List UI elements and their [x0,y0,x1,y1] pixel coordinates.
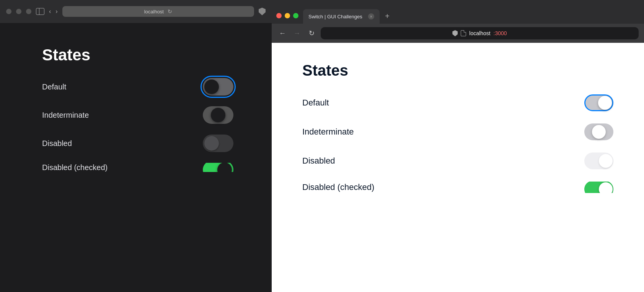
bg-forward-button[interactable]: › [55,8,57,15]
tab-tl-red[interactable] [276,13,282,18]
state-label-disabled: Disabled [302,156,335,166]
bg-toggle-disabled-knob [204,136,219,151]
tab-add-button[interactable]: + [381,10,393,22]
state-row-indeterminate: Indeterminate [302,123,613,140]
bg-row-default: Default [42,78,256,96]
address-shield-icon [452,30,458,36]
nav-forward-button[interactable]: → [292,29,302,37]
toggle-indeterminate[interactable] [584,123,613,140]
bg-toggle-default-knob [204,79,219,94]
state-row-disabled: Disabled [302,152,613,169]
tab-label: Switch | GUI Challenges [308,14,365,19]
bg-label-disabled: Disabled [42,139,72,148]
bg-address-bar[interactable]: localhost ↻ [62,6,254,17]
background-browser: ‹ › localhost ↻ States Default Indetermi… [0,0,272,292]
bg-address-text: localhost [144,9,164,15]
toggle-disabled-knob [599,154,613,168]
address-host: localhost [469,30,490,36]
address-port: :3000 [494,30,507,36]
bg-label-disabled-checked: Disabled (checked) [42,163,108,172]
bg-back-button[interactable]: ‹ [49,8,51,15]
tab-close-button[interactable]: × [368,13,374,19]
bg-content-area: States Default Indeterminate Disabled Di… [0,23,272,187]
nav-bar: ← → ↻ localhost :3000 [272,24,644,43]
bg-label-indeterminate: Indeterminate [42,111,89,120]
bg-tl-green[interactable] [26,9,31,14]
state-row-disabled-checked: Disabled (checked) [302,182,613,193]
address-bar[interactable]: localhost :3000 [321,27,639,39]
state-label-default: Default [302,98,329,108]
bg-row-disabled-checked: Disabled (checked) [42,163,256,172]
toggle-indeterminate-knob [592,125,606,139]
bg-reload-icon[interactable]: ↻ [168,8,172,15]
tab-tl-yellow[interactable] [285,13,290,18]
toggle-default-knob [598,96,612,110]
state-label-disabled-checked: Disabled (checked) [302,182,374,192]
tab-traffic-lights [276,13,298,24]
tab-item-active[interactable]: Switch | GUI Challenges × [303,9,380,24]
tab-tl-green[interactable] [293,13,298,18]
address-page-icon [461,30,466,36]
foreground-browser: Switch | GUI Challenges × + ← → ↻ localh… [272,0,644,292]
bg-sidebar-icon[interactable] [36,8,44,15]
tab-bar: Switch | GUI Challenges × + [272,0,644,24]
nav-reload-button[interactable]: ↻ [306,29,317,37]
nav-back-button[interactable]: ← [277,29,288,37]
bg-row-disabled: Disabled [42,135,256,152]
bg-toggle-indeterminate[interactable] [203,106,233,124]
toggle-disabled-checked-knob [599,182,613,193]
state-row-default: Default [302,94,613,111]
bg-tl-red[interactable] [6,9,11,14]
state-label-indeterminate: Indeterminate [302,127,354,137]
section-title: States [302,62,613,79]
bg-toggle-disabled [203,135,233,152]
bg-toggle-indeterminate-knob [211,108,225,122]
tab-close-icon: × [370,15,372,19]
bg-row-indeterminate: Indeterminate [42,106,256,124]
bg-tl-yellow[interactable] [16,9,21,14]
toggle-default[interactable] [584,94,613,111]
bg-toggle-default[interactable] [203,78,233,96]
bg-toggle-disabled-checked-knob [217,163,232,172]
content-area: States Default Indeterminate Disabled Di… [272,43,644,292]
toggle-disabled [584,152,613,169]
bg-toggle-disabled-checked [203,163,233,172]
bg-label-default: Default [42,83,66,91]
bg-section-title: States [42,46,256,64]
bg-titlebar: ‹ › localhost ↻ [0,0,272,23]
bg-shield-icon [259,8,266,15]
toggle-disabled-checked [584,182,613,193]
